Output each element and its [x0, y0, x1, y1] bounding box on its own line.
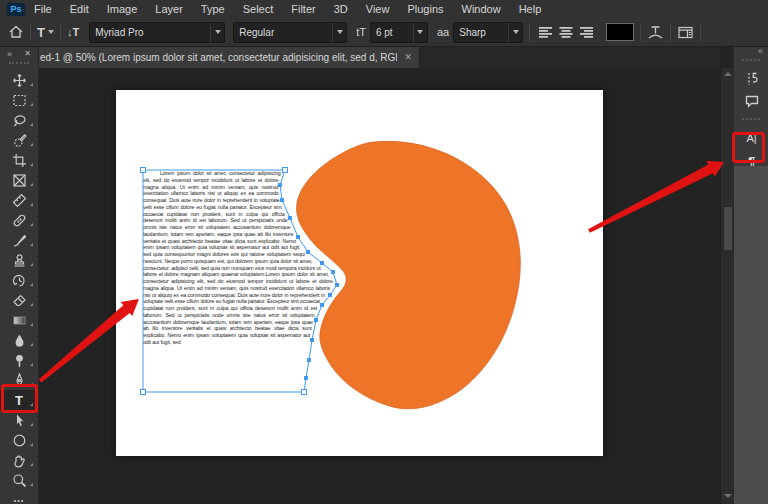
font-size-select[interactable]: 6 pt [370, 22, 428, 43]
font-size-value: 6 pt [371, 27, 413, 38]
menu-edit[interactable]: Edit [61, 0, 98, 18]
spot-healing-brush-tool[interactable] [0, 210, 38, 230]
toggle-panels-button[interactable] [677, 25, 694, 40]
menu-plugins[interactable]: Plugins [398, 0, 452, 18]
ellipse-shape-tool[interactable] [0, 430, 38, 450]
font-family-select[interactable]: Myriad Pro [89, 22, 225, 43]
chevron-down-icon [48, 30, 54, 34]
align-left-button[interactable] [536, 27, 556, 38]
highlight-box-type-tool [1, 384, 38, 413]
eraser-tool[interactable] [0, 290, 38, 310]
divider [30, 23, 31, 41]
menu-view[interactable]: View [357, 0, 399, 18]
type-tool-preset-button[interactable]: T [37, 25, 54, 40]
blur-tool[interactable] [0, 330, 38, 350]
document-tab[interactable]: ed-1 @ 50% (Lorem ipsum dolor sit amet, … [30, 46, 420, 68]
history-brush-tool[interactable] [0, 270, 38, 290]
anti-alias-value: Sharp [454, 27, 508, 38]
tools-close-icon[interactable]: ✕ [24, 49, 31, 58]
text-frame-overlay [116, 90, 603, 456]
canvas[interactable]: Lorem ipsum dolor sit amet, consectetur … [116, 90, 603, 456]
hand-tool[interactable] [0, 450, 38, 470]
menu-3d[interactable]: 3D [325, 0, 357, 18]
divider [640, 23, 641, 41]
quick-selection-tool[interactable] [0, 130, 38, 150]
menu-window[interactable]: Window [453, 0, 510, 18]
text-orientation-icon: ↓T [67, 26, 79, 38]
tools-collapse-icon[interactable]: » [7, 49, 12, 59]
menu-bar: Ps File Edit Image Layer Type Select Fil… [0, 0, 768, 19]
options-bar: T ↓T Myriad Pro Regular tT 6 pt aa Sharp [0, 18, 768, 47]
anti-alias-select[interactable]: Sharp [453, 22, 523, 43]
comments-panel-button[interactable] [734, 90, 768, 112]
scroll-up-icon[interactable] [724, 72, 732, 76]
tools-panel: » ✕ [0, 46, 39, 504]
tab-bar: ed-1 @ 50% (Lorem ipsum dolor sit amet, … [0, 46, 720, 68]
text-color-swatch[interactable] [606, 23, 634, 41]
home-icon[interactable] [8, 24, 24, 40]
brush-tool[interactable] [0, 230, 38, 250]
eyedropper-tool[interactable] [0, 190, 38, 210]
divider [670, 23, 671, 41]
dock-grip[interactable] [742, 59, 760, 65]
chevron-down-icon [508, 23, 522, 42]
frame-tool[interactable] [0, 170, 38, 190]
menu-filter[interactable]: Filter [282, 0, 324, 18]
document-tab-title: ed-1 @ 50% (Lorem ipsum dolor sit amet, … [40, 52, 397, 63]
font-style-select[interactable]: Regular [233, 22, 347, 43]
move-tool[interactable] [0, 70, 38, 90]
clone-stamp-tool[interactable] [0, 250, 38, 270]
dock-collapse-icon[interactable]: « [758, 46, 763, 56]
chevron-down-icon [332, 23, 346, 42]
text-orientation-toggle[interactable]: ↓T [67, 26, 79, 38]
zoom-tool[interactable] [0, 470, 38, 490]
menu-select[interactable]: Select [234, 0, 283, 18]
path-selection-tool[interactable] [0, 410, 38, 430]
type-tool-icon: T [37, 25, 45, 40]
crop-tool[interactable] [0, 150, 38, 170]
panel-dock: « A| ¶ [733, 46, 768, 504]
warp-text-button[interactable] [647, 25, 664, 40]
menu-help[interactable]: Help [510, 0, 551, 18]
history-panel-button[interactable] [734, 68, 768, 90]
chevron-down-icon [413, 23, 427, 42]
tools-grip[interactable] [9, 62, 29, 68]
font-size-icon: tT [356, 26, 366, 38]
menu-image[interactable]: Image [98, 0, 147, 18]
gradient-tool[interactable] [0, 310, 38, 330]
rectangular-marquee-tool[interactable] [0, 90, 38, 110]
chevron-down-icon [210, 23, 224, 42]
divider [60, 23, 61, 41]
align-right-button[interactable] [576, 27, 596, 38]
dock-grip[interactable] [742, 118, 760, 124]
lasso-tool[interactable] [0, 110, 38, 130]
scroll-down-icon[interactable] [724, 494, 732, 498]
document-scrollbar [720, 68, 733, 504]
anti-alias-icon: aa [437, 26, 449, 38]
font-family-value: Myriad Pro [90, 27, 210, 38]
edit-toolbar-button[interactable]: ••• [0, 490, 38, 504]
ellipsis-icon: ••• [14, 497, 24, 504]
photoshop-window: Ps File Edit Image Layer Type Select Fil… [0, 0, 768, 504]
font-style-value: Regular [234, 27, 332, 38]
tab-close-icon[interactable]: ✕ [397, 52, 419, 62]
highlight-box-paragraph-panel [732, 132, 765, 163]
menu-type[interactable]: Type [192, 0, 234, 18]
menu-layer[interactable]: Layer [146, 0, 192, 18]
align-center-button[interactable] [556, 27, 576, 38]
menu-file[interactable]: File [25, 0, 61, 18]
dock-empty-area [734, 166, 768, 504]
photoshop-logo-icon: Ps [7, 3, 25, 16]
divider [529, 23, 530, 41]
divider [700, 23, 701, 41]
dodge-tool[interactable] [0, 350, 38, 370]
scrollbar-thumb[interactable] [724, 207, 732, 250]
